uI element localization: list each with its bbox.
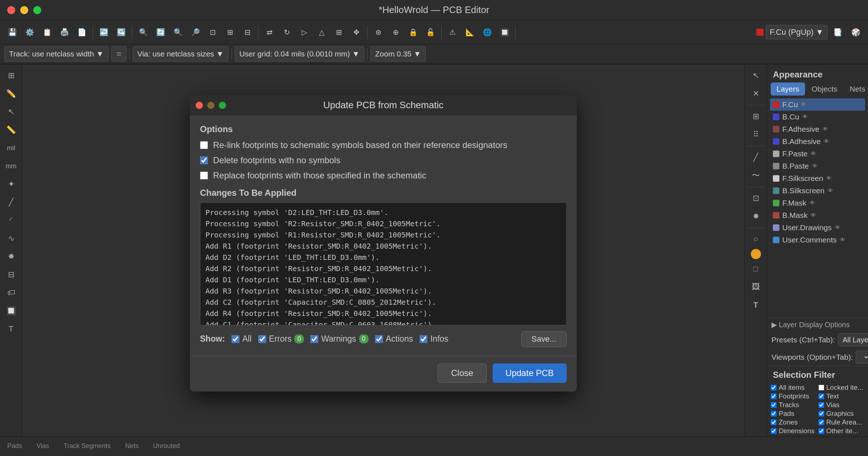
units-mil[interactable]: mil	[3, 140, 20, 156]
via-size-selector[interactable]: Via: use netclass sizes ▼	[133, 46, 229, 62]
pcb-tool[interactable]: 🔲	[3, 303, 20, 319]
tab-objects[interactable]: Objects	[806, 83, 843, 96]
show-infos-check[interactable]	[420, 335, 427, 343]
filter-dimensions-check[interactable]	[771, 428, 776, 434]
save-btn[interactable]: 💾	[4, 24, 20, 40]
update-pcb-button[interactable]: Update PCB	[493, 363, 567, 383]
checkbox-relink[interactable]	[200, 141, 208, 149]
pad-btn[interactable]: ⊛	[370, 24, 386, 40]
orient-btn[interactable]: △	[314, 24, 329, 40]
checkbox-delete[interactable]	[200, 156, 208, 164]
eye-udrawings[interactable]: 👁	[835, 224, 841, 231]
layer-fcu[interactable]: F.Cu 👁	[770, 98, 865, 111]
measure2-tool[interactable]: ╱	[748, 149, 764, 166]
eye-fpaste[interactable]: 👁	[810, 151, 816, 157]
drc-btn[interactable]: ⚠	[444, 24, 460, 40]
new-btn[interactable]: 📋	[39, 24, 55, 40]
grid-selector[interactable]: User grid: 0.04 mils (0.0010 mm) ▼	[235, 46, 365, 62]
layer-fpaste[interactable]: F.Paste 👁	[770, 148, 865, 160]
track-width-adj[interactable]: =	[111, 46, 127, 62]
layer-selector[interactable]: F.Cu (PgUp) ▼	[766, 25, 827, 39]
show-warnings-check[interactable]	[310, 335, 318, 343]
filter-text-check[interactable]	[818, 393, 824, 399]
layer-fsilk[interactable]: F.Silkscreen 👁	[770, 172, 865, 185]
eye-fmask[interactable]: 👁	[809, 200, 815, 206]
save-button[interactable]: Save...	[521, 331, 567, 347]
changes-log[interactable]: Processing symbol 'D2:LED_THT:LED_D3.0mm…	[200, 202, 567, 325]
filter-tracks-check[interactable]	[771, 402, 776, 408]
checkbox-replace[interactable]	[200, 172, 208, 180]
eye-ucomments[interactable]: 👁	[840, 237, 846, 243]
show-actions-check[interactable]	[375, 335, 383, 343]
layer-udrawings[interactable]: User.Drawings 👁	[770, 221, 865, 234]
close-button[interactable]	[7, 6, 15, 14]
text-tool[interactable]: T	[3, 321, 20, 337]
eye-bmask[interactable]: 👁	[810, 212, 816, 219]
mirror-btn[interactable]: ▷	[296, 24, 312, 40]
canvas[interactable]: Update PCB from Schematic Options Re-lin…	[22, 64, 744, 436]
zoom-selector[interactable]: Zoom 0.35 ▼	[370, 46, 426, 62]
textT-tool[interactable]: T	[748, 297, 764, 313]
select-tool[interactable]: ↖	[3, 104, 20, 120]
filter-locked-check[interactable]	[818, 385, 824, 390]
net-btn[interactable]: 🌐	[479, 24, 495, 40]
zoom-in-btn[interactable]: 🔍	[170, 24, 186, 40]
eye-fsilk[interactable]: 👁	[826, 175, 832, 182]
dialog-close[interactable]	[196, 102, 203, 109]
pad2-btn[interactable]: ⊕	[388, 24, 404, 40]
conn-tool[interactable]: ⊟	[3, 266, 20, 283]
layer-display-options[interactable]: ▶ Layer Display Options	[767, 318, 868, 331]
tab-nets[interactable]: Nets	[844, 83, 868, 96]
print2-btn[interactable]: 📄	[74, 24, 90, 40]
3d-btn[interactable]: 🎲	[848, 24, 864, 40]
star-tool[interactable]: ✦	[3, 176, 20, 193]
refresh-btn[interactable]: 🔄	[153, 24, 169, 40]
zoom-out-btn[interactable]: 🔎	[187, 24, 203, 40]
wave-tool[interactable]: 〜	[748, 167, 764, 184]
layer-bsilk[interactable]: B.Silkscreen 👁	[770, 185, 865, 197]
eye-bsilk[interactable]: 👁	[827, 187, 833, 194]
layer-bcu[interactable]: B.Cu 👁	[770, 111, 865, 123]
eye-fadhesive[interactable]: 👁	[822, 126, 828, 132]
zoom-fit-btn[interactable]: ⊡	[205, 24, 221, 40]
filter-footprints-check[interactable]	[771, 393, 776, 399]
layer-bpaste[interactable]: B.Paste 👁	[770, 160, 865, 172]
grid-tool[interactable]: ⊞	[3, 67, 20, 84]
show-all-check[interactable]	[231, 335, 239, 343]
star3-tool[interactable]: ✸	[748, 208, 764, 225]
edit-tool[interactable]: ✏️	[3, 85, 20, 102]
dialog-maximize[interactable]	[219, 102, 226, 109]
layer-badhesive[interactable]: B.Adhesive 👁	[770, 135, 865, 148]
grid3-tool[interactable]: ⠿	[748, 126, 764, 143]
curve-tool[interactable]: ∿	[3, 230, 20, 247]
tab-layers[interactable]: Layers	[771, 83, 805, 96]
undo-btn[interactable]: ↩️	[96, 24, 112, 40]
eye-bpaste[interactable]: 👁	[812, 163, 818, 169]
line-tool[interactable]: ╱	[3, 194, 20, 211]
redo-btn[interactable]: ↪️	[113, 24, 129, 40]
zoom-prev-btn[interactable]: ⊟	[239, 24, 255, 40]
flip-btn[interactable]: ⇄	[261, 24, 277, 40]
eye-badhesive[interactable]: 👁	[824, 138, 829, 145]
filter-zones-check[interactable]	[771, 419, 776, 425]
photo-tool[interactable]: 🖼	[748, 279, 764, 295]
zoom-area-btn[interactable]: ⊞	[222, 24, 238, 40]
settings-btn[interactable]: ⚙️	[22, 24, 38, 40]
eye-fcu[interactable]: 👁	[801, 101, 807, 108]
layer-fadhesive[interactable]: F.Adhesive 👁	[770, 123, 865, 135]
circle-tool[interactable]: ○	[748, 231, 764, 248]
layer-bmask[interactable]: B.Mask 👁	[770, 209, 865, 221]
track-width-selector[interactable]: Track: use netclass width ▼	[4, 46, 109, 62]
presets-dropdown[interactable]: All Layers	[838, 333, 868, 346]
maximize-button[interactable]	[33, 6, 41, 14]
filter-graphics-check[interactable]	[818, 411, 824, 417]
unlock-btn[interactable]: 🔓	[422, 24, 438, 40]
lock-btn[interactable]: 🔒	[405, 24, 421, 40]
minimize-button[interactable]	[20, 6, 28, 14]
layer-fmask[interactable]: F.Mask 👁	[770, 197, 865, 209]
cross-tool[interactable]: ✕	[748, 85, 764, 102]
filter-rule-area-check[interactable]	[818, 419, 824, 425]
star2-tool[interactable]: ✸	[3, 248, 20, 265]
move-btn[interactable]: ✥	[348, 24, 364, 40]
rotate-btn[interactable]: ↻	[279, 24, 295, 40]
